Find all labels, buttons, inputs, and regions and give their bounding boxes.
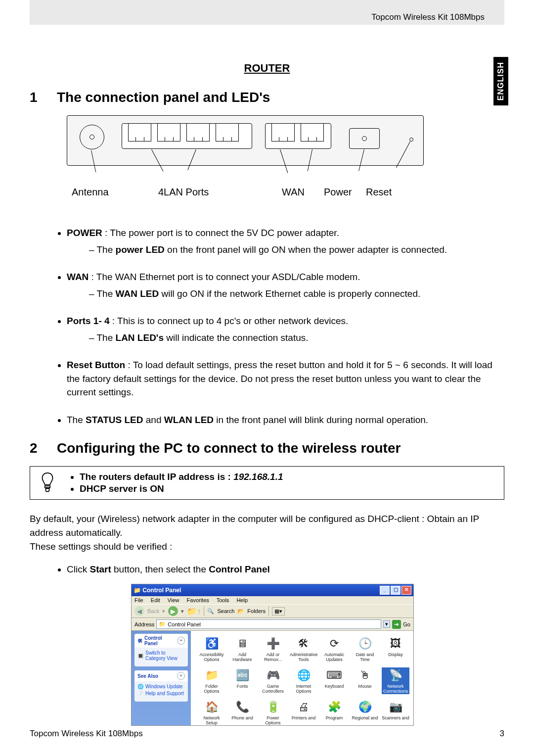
folders-label[interactable]: Folders [247, 608, 266, 614]
search-icon[interactable]: 🔍 [207, 608, 214, 614]
search-label[interactable]: Search [217, 608, 234, 614]
ports-bold: Ports 1- 4 [67, 316, 110, 326]
collapse-icon-2[interactable]: « [177, 672, 185, 680]
cp-label: Display [382, 653, 409, 658]
back-label: Back [147, 608, 159, 614]
cp-item-date-and-time[interactable]: 🕒Date and Time [351, 636, 379, 662]
maximize-button[interactable]: ▢ [391, 586, 400, 595]
control-panel-icons: ♿Accessibility Options🖥Add Hardware➕Add … [191, 631, 413, 725]
power-jack-icon [349, 128, 380, 149]
note-line-1: The routers default IP address is : 192.… [80, 472, 283, 482]
up-button[interactable]: 📁↑ [187, 607, 201, 616]
menu-tools[interactable]: Tools [217, 597, 229, 603]
side-block-control-panel: 🛠Control Panel« 🔳Switch to Category View [134, 634, 188, 666]
menu-view[interactable]: View [168, 597, 179, 603]
label-lan: 4LAN Ports [158, 187, 209, 198]
switch-icon: 🔳 [137, 653, 143, 659]
forward-button[interactable]: ▶ [168, 606, 178, 616]
cp-icon: 🧩 [326, 699, 342, 715]
header-product: Topcom Wireless Kit 108Mbps [371, 12, 485, 22]
cp-item-printers-and[interactable]: 🖨Printers and [290, 699, 317, 726]
cp-label: Mouse [351, 684, 379, 689]
windows-update-link[interactable]: 🌐Windows Update [137, 684, 185, 689]
bullet-reset: Reset Button : To load default settings,… [67, 358, 504, 399]
cp-label: Add or Remov... [259, 653, 287, 662]
cp-label: Power Options [259, 716, 287, 726]
window-title: Control Panel [142, 587, 181, 594]
cp-item-network-setup[interactable]: 🏠Network Setup [198, 699, 225, 726]
views-button[interactable]: ▦▾ [272, 607, 285, 615]
menu-help[interactable]: Help [236, 597, 248, 603]
address-dropdown[interactable]: ▾ [383, 620, 390, 628]
cp-icon: 🌍 [357, 699, 373, 715]
menu-favorites[interactable]: Favorites [187, 597, 209, 603]
label-antenna: Antenna [72, 187, 109, 198]
address-label: Address [134, 621, 154, 627]
back-button[interactable]: ◀ [134, 606, 144, 616]
menu-bar: File Edit View Favorites Tools Help [132, 596, 413, 604]
cp-label: Scanners and [382, 716, 409, 721]
side-title-seealso: See Also [137, 673, 158, 679]
cp-item-power-options[interactable]: 🔋Power Options [259, 699, 287, 726]
cp-label: Folder Options [198, 684, 225, 694]
cp-item-add-or-remov-[interactable]: ➕Add or Remov... [259, 636, 287, 662]
power-sub: The power LED on the front panel will go… [89, 243, 504, 257]
section-1-heading: 1The connection panel and LED's [30, 90, 504, 105]
section-1-title: The connection panel and LED's [57, 90, 270, 105]
cp-icon: 🛠 [296, 636, 312, 652]
menu-edit[interactable]: Edit [151, 597, 160, 603]
cp-item-accessibility-options[interactable]: ♿Accessibility Options [198, 636, 225, 662]
cp-icon: 🖱 [357, 667, 373, 683]
cp-item-display[interactable]: 🖼Display [382, 636, 409, 662]
cp-item-network-connections[interactable]: 📡Network Connections [382, 667, 409, 694]
cp-item-fonts[interactable]: 🔤Fonts [228, 667, 256, 694]
cp-icon: 🖥 [234, 636, 250, 652]
cp-label: Regional and [351, 716, 379, 721]
cp-item-internet-options[interactable]: 🌐Internet Options [290, 667, 317, 694]
cp-item-administrative-tools[interactable]: 🛠Administrative Tools [290, 636, 317, 662]
cp-item-program[interactable]: 🧩Program [320, 699, 348, 726]
cp-item-mouse[interactable]: 🖱Mouse [351, 667, 379, 694]
cp-item-automatic-updates[interactable]: ⟳Automatic Updates [320, 636, 348, 662]
minimize-button[interactable]: _ [380, 586, 390, 595]
cp-icon: 🔋 [265, 699, 281, 715]
cp-icon: 📡 [388, 667, 403, 683]
label-wan: WAN [282, 187, 305, 198]
connection-panel-diagram: Antenna 4LAN Ports WAN Power Reset [67, 115, 504, 216]
close-button[interactable]: ✕ [401, 586, 411, 595]
cp-item-add-hardware[interactable]: 🖥Add Hardware [228, 636, 256, 662]
cp-label: Automatic Updates [320, 653, 348, 662]
cp-item-phone-and[interactable]: 📞Phone and [228, 699, 256, 726]
cp-icon: 🖨 [296, 699, 312, 715]
ports-text: : This is to connect up to 4 pc's or oth… [110, 316, 349, 326]
wan-sub: The WAN LED will go ON if the network Et… [89, 287, 504, 301]
address-field[interactable]: 📁 Control Panel [156, 619, 381, 629]
cp-item-game-controllers[interactable]: 🎮Game Controllers [259, 667, 287, 694]
go-button[interactable]: ➔ [392, 620, 401, 629]
cp-item-folder-options[interactable]: 📁Folder Options [198, 667, 225, 694]
collapse-icon[interactable]: « [178, 637, 185, 645]
click-start-bullet: Click Start button, then select the Cont… [67, 564, 504, 575]
cp-icon: 🏠 [204, 699, 220, 715]
folders-icon[interactable]: 📂 [237, 608, 244, 614]
language-tab: ENGLISH [493, 57, 508, 105]
cp-label: Accessibility Options [198, 653, 225, 662]
menu-file[interactable]: File [134, 597, 143, 603]
cp-label: Add Hardware [228, 653, 256, 662]
help-support-link[interactable]: ❔Help and Support [137, 691, 185, 696]
cp-label: Printers and [290, 716, 317, 721]
window-titlebar: 📁 Control Panel _ ▢ ✕ [132, 584, 413, 596]
control-panel-icon: 🛠 [137, 638, 142, 644]
paragraph-default: By default, your (Wireless) network adap… [30, 512, 504, 553]
cp-item-scanners-and[interactable]: 📷Scanners and [382, 699, 409, 726]
reset-bold: Reset Button [67, 360, 125, 370]
go-label[interactable]: Go [403, 621, 410, 627]
wan-port-icon [265, 123, 331, 149]
reset-hole-icon [409, 138, 413, 142]
globe-icon: 🌐 [137, 684, 143, 689]
switch-category-link[interactable]: 🔳Switch to Category View [137, 650, 185, 661]
cp-icon: 🔤 [234, 667, 250, 683]
cp-item-regional-and[interactable]: 🌍Regional and [351, 699, 379, 726]
power-text: : The power port is to connect the 5V DC… [102, 228, 339, 238]
cp-item-keyboard[interactable]: ⌨Keyboard [320, 667, 348, 694]
